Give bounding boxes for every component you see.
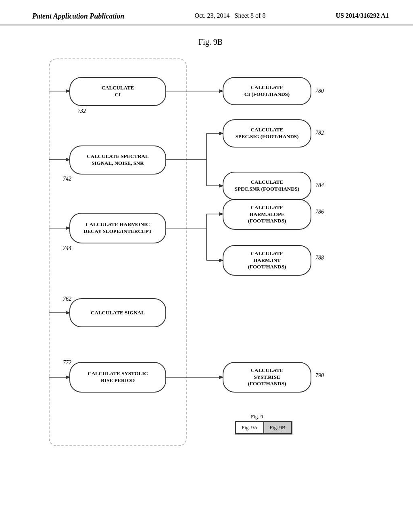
fig9-cells: Fig. 9A Fig. 9B xyxy=(235,421,292,434)
calc-ci-box: CALCULATECI xyxy=(69,77,166,106)
label-790: 790 xyxy=(315,372,324,379)
calc-harm-slope-box: CALCULATEHARM.SLOPE(FOOT/HANDS) xyxy=(223,199,311,230)
publication-label: Patent Application Publication xyxy=(32,12,124,21)
calc-spec-sig-box: CALCULATESPEC.SIG (FOOT/HANDS) xyxy=(223,119,311,148)
calc-ci-label: CALCULATECI xyxy=(102,85,134,98)
main-content: Fig. 9B xyxy=(0,25,413,482)
date-sheet: Oct. 23, 2014 Sheet 8 of 8 xyxy=(194,12,265,19)
fig9b-cell[interactable]: Fig. 9B xyxy=(264,422,292,434)
calc-harm-int-label: CALCULATEHARM.INT(FOOT/HANDS) xyxy=(248,250,286,271)
calc-harmonic-box: CALCULATE HARMONICDECAY SLOPE/INTERCEPT xyxy=(69,213,166,243)
label-772: 772 xyxy=(63,360,71,366)
calc-spectral-label: CALCULATE SPECTRALSIGNAL, NOISE, SNR xyxy=(87,153,148,167)
calc-spec-sig-label: CALCULATESPEC.SIG (FOOT/HANDS) xyxy=(236,127,299,140)
calc-syst-rise-box: CALCULATESYST.RISE(FOOT/HANDS) xyxy=(223,362,311,393)
connector-lines xyxy=(37,55,384,466)
page-header: Patent Application Publication Oct. 23, … xyxy=(0,0,413,25)
calc-syst-rise-label: CALCULATESYST.RISE(FOOT/HANDS) xyxy=(248,367,286,388)
calc-harm-slope-label: CALCULATEHARM.SLOPE(FOOT/HANDS) xyxy=(248,204,286,225)
calc-signal-label: CALCULATE SIGNAL xyxy=(91,310,145,316)
sheet: Sheet 8 of 8 xyxy=(235,12,266,19)
calc-signal-box: CALCULATE SIGNAL xyxy=(69,298,166,327)
label-780: 780 xyxy=(315,88,324,94)
label-784: 784 xyxy=(315,182,324,189)
calc-ci-foot-label: CALCULATECI (FOOT/HANDS) xyxy=(244,84,290,98)
calc-systolic-box: CALCULATE SYSTOLICRISE PERIOD xyxy=(69,362,166,393)
label-762: 762 xyxy=(63,296,71,302)
calc-spec-snr-label: CALCULATESPEC.SNR (FOOT/HANDS) xyxy=(235,179,299,193)
diagram-container: CALCULATECI 732 CALCULATE SPECTRALSIGNAL… xyxy=(37,55,384,466)
label-782: 782 xyxy=(315,130,324,136)
label-732: 732 xyxy=(77,108,86,114)
calc-harm-int-box: CALCULATEHARM.INT(FOOT/HANDS) xyxy=(223,245,311,276)
date: Oct. 23, 2014 xyxy=(194,12,229,19)
calc-spec-snr-box: CALCULATESPEC.SNR (FOOT/HANDS) xyxy=(223,172,311,200)
figure-label: Fig. 9B xyxy=(32,37,389,47)
label-744: 744 xyxy=(63,245,71,251)
label-788: 788 xyxy=(315,255,324,261)
fig9-inset-container: Fig. 9 Fig. 9A Fig. 9B xyxy=(235,414,292,434)
calc-ci-foot-box: CALCULATECI (FOOT/HANDS) xyxy=(223,77,311,105)
label-786: 786 xyxy=(315,209,324,215)
fig9a-cell[interactable]: Fig. 9A xyxy=(236,422,264,434)
patent-number: US 2014/316292 A1 xyxy=(336,12,389,19)
fig9-title: Fig. 9 xyxy=(251,414,292,420)
calc-systolic-label: CALCULATE SYSTOLICRISE PERIOD xyxy=(88,370,148,384)
calc-harmonic-label: CALCULATE HARMONICDECAY SLOPE/INTERCEPT xyxy=(83,221,152,235)
calc-spectral-box: CALCULATE SPECTRALSIGNAL, NOISE, SNR xyxy=(69,145,166,175)
label-742: 742 xyxy=(63,176,71,182)
